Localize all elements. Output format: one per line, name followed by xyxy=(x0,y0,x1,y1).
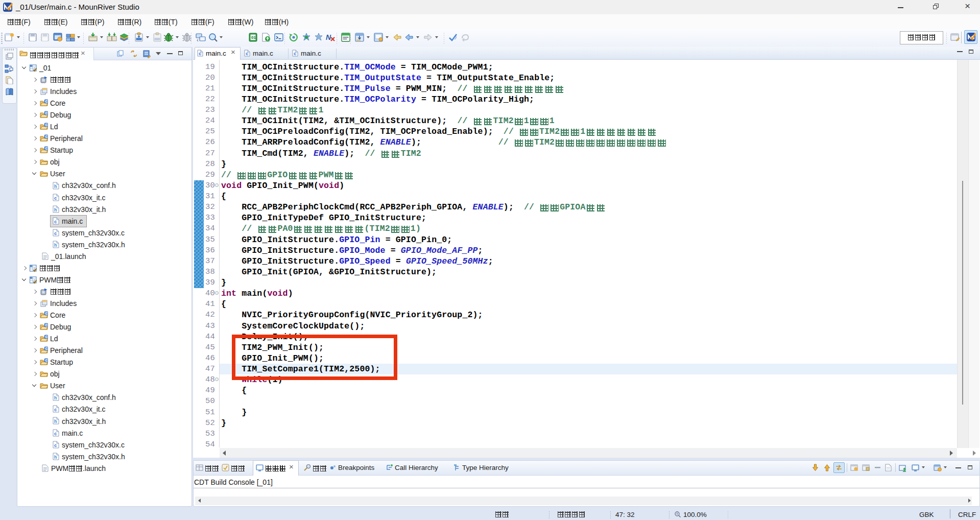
svg-text:h: h xyxy=(54,243,57,248)
svg-text:C: C xyxy=(45,135,48,138)
svg-text:c: c xyxy=(54,443,57,448)
svg-text:c: c xyxy=(54,231,57,237)
svg-text:C: C xyxy=(45,347,48,350)
svg-text:C: C xyxy=(45,111,48,115)
svg-text:c: c xyxy=(54,220,57,225)
svg-text:C: C xyxy=(45,335,48,339)
svg-text:c: c xyxy=(199,52,201,57)
svg-text:h: h xyxy=(54,419,57,424)
svg-text:h: h xyxy=(54,208,57,213)
svg-text:C: C xyxy=(45,123,48,127)
svg-text:C: C xyxy=(45,312,48,315)
svg-text:C: C xyxy=(45,323,48,327)
svg-text:C: C xyxy=(45,100,48,103)
svg-text:c: c xyxy=(54,432,57,437)
svg-text:C: C xyxy=(45,147,48,150)
svg-text:c: c xyxy=(246,52,248,57)
svg-text:01: 01 xyxy=(251,35,256,40)
svg-text:c: c xyxy=(54,196,57,201)
svg-text:h: h xyxy=(54,396,57,401)
svg-text:N: N xyxy=(326,33,331,41)
svg-text:h: h xyxy=(54,455,57,460)
svg-text:c: c xyxy=(54,408,57,413)
svg-text:C: C xyxy=(45,359,48,362)
svg-text:c: c xyxy=(294,52,296,57)
svg-text:h: h xyxy=(54,184,57,190)
